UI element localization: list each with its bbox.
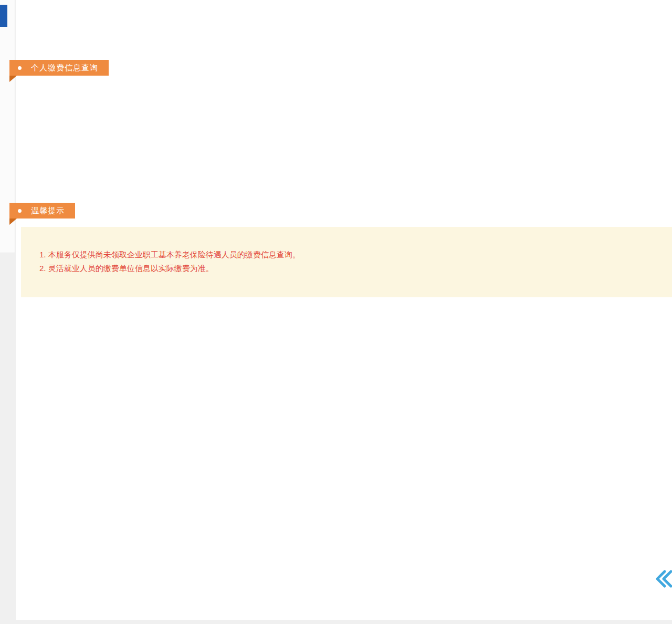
bullet-icon [18, 66, 22, 70]
ribbon-fold [9, 76, 17, 82]
main-panel [16, 0, 672, 620]
sidebar-blue-tab [0, 5, 7, 27]
notice-box: 1. 本服务仅提供尚未领取企业职工基本养老保险待遇人员的缴费信息查询。 2. 灵… [21, 227, 672, 297]
page: 企业职工基本养老保险缴费信息查询(试运行) 个人缴费信息查询 *姓名： *社会保… [0, 0, 672, 624]
double-chevron-left-icon[interactable] [653, 568, 672, 589]
bullet-icon [18, 209, 22, 213]
section-badge-label: 温馨提示 [31, 206, 65, 216]
ribbon-fold [9, 219, 17, 225]
section-badge-query: 个人缴费信息查询 [9, 60, 109, 76]
section-badge-tips: 温馨提示 [9, 203, 75, 219]
notice-line: 2. 灵活就业人员的缴费单位信息以实际缴费为准。 [39, 262, 672, 275]
notice-line: 1. 本服务仅提供尚未领取企业职工基本养老保险待遇人员的缴费信息查询。 [39, 248, 672, 262]
section-badge-label: 个人缴费信息查询 [31, 63, 98, 73]
